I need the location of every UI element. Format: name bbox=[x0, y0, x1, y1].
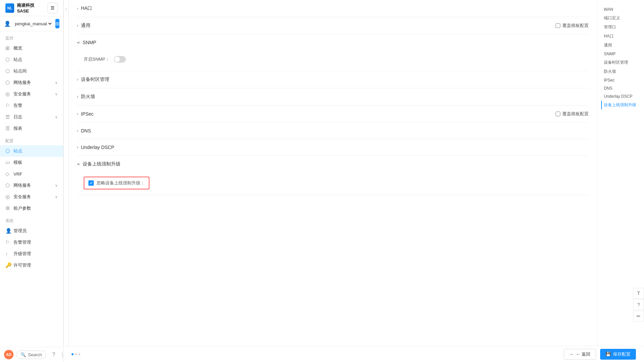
toc-item-wan[interactable]: WAN bbox=[601, 5, 640, 13]
overlay-config-general[interactable]: 覆盖模板配置 bbox=[556, 23, 589, 29]
content-area: › HA口 › 通用 覆盖模板配置 bbox=[69, 0, 597, 362]
section-force-upgrade-header[interactable]: ∨ 设备上线强制升级 bbox=[77, 156, 589, 173]
sidebar-item-label: 告警管理 bbox=[13, 239, 31, 245]
search-icon: 🔍 bbox=[21, 352, 26, 357]
section-ha-title: HA口 bbox=[81, 5, 92, 11]
sidebar-item-report[interactable]: ☰ 报表 bbox=[0, 123, 63, 134]
nav-section-system: 系统 bbox=[0, 214, 63, 225]
sidebar-item-license-mgmt[interactable]: 🔑 许可管理 bbox=[0, 260, 63, 271]
snmp-field-row: 开启SNMP： bbox=[84, 53, 589, 65]
toc-item-general[interactable]: 通用 bbox=[601, 41, 640, 50]
chevron-down-icon: ∨ bbox=[76, 163, 81, 166]
save-icon: 💾 bbox=[606, 352, 611, 357]
section-firewall-header[interactable]: › 防火墙 bbox=[77, 88, 589, 105]
save-label: 保存配置 bbox=[613, 351, 631, 357]
sidebar-item-label: 安全服务 bbox=[13, 194, 31, 200]
section-timezone-header[interactable]: › 设备时区管理 bbox=[77, 71, 589, 88]
sidebar-menu-button[interactable]: ☰ bbox=[48, 3, 58, 13]
section-general-right: 覆盖模板配置 bbox=[556, 23, 589, 29]
search-label: Search bbox=[28, 352, 42, 357]
sidebar-item-label: 站点 bbox=[13, 57, 22, 63]
footer: ← ← 返回 💾 保存配置 bbox=[63, 346, 644, 362]
sidebar-item-label: 租户参数 bbox=[13, 205, 31, 211]
toc-item-dns[interactable]: DNS bbox=[601, 84, 640, 92]
snmp-toggle[interactable] bbox=[114, 56, 126, 63]
toc-item-mgmt-port[interactable]: 管理口 bbox=[601, 23, 640, 32]
toc-item-force-upgrade[interactable]: 设备上线强制升级 bbox=[601, 100, 640, 110]
back-button[interactable]: ← ← 返回 bbox=[564, 349, 596, 360]
network-service-config-icon: ⬡ bbox=[5, 182, 11, 188]
sidebar-item-site-config[interactable]: ⬡ 站点 bbox=[0, 145, 63, 157]
section-dns-title: DNS bbox=[81, 128, 91, 133]
overlay-checkbox-general[interactable] bbox=[556, 23, 560, 28]
overview-icon: ⊞ bbox=[5, 45, 11, 51]
sidebar-item-label: 站点间 bbox=[13, 68, 27, 74]
section-dns-header[interactable]: › DNS bbox=[77, 123, 589, 139]
section-timezone: › 设备时区管理 bbox=[77, 71, 589, 88]
search-button[interactable]: 🔍 Search bbox=[16, 351, 46, 359]
sidebar-item-network-service-config[interactable]: ⬡ 网络服务 ∨ bbox=[0, 180, 63, 191]
sidebar-item-site-interconnect[interactable]: ⬡ 站点间 bbox=[0, 65, 63, 77]
main-wrapper: ‹ › HA口 › 通用 覆盖模板配置 bbox=[63, 0, 644, 362]
chevron-down-icon: ∨ bbox=[55, 92, 58, 96]
chevron-down-icon: ∨ bbox=[55, 115, 58, 119]
section-snmp-header[interactable]: ∨ SNMP bbox=[77, 34, 589, 51]
sidebar-item-network-service-monitor[interactable]: ⬡ 网络服务 ∨ bbox=[0, 77, 63, 88]
sidebar: NL 南凌科技SASE ☰ 👤 pengkai_manual ⊞ 监控 ⊞ 概览… bbox=[0, 0, 63, 362]
sidebar-item-alert-mgmt[interactable]: ⚐ 告警管理 bbox=[0, 237, 63, 248]
chevron-right-icon: › bbox=[77, 145, 78, 150]
section-ha-header[interactable]: › HA口 bbox=[77, 0, 589, 17]
section-general-header[interactable]: › 通用 覆盖模板配置 bbox=[77, 17, 589, 34]
user-action-button[interactable]: ⊞ bbox=[55, 19, 59, 28]
sidebar-item-overview[interactable]: ⊞ 概览 bbox=[0, 42, 63, 54]
sidebar-item-security-service-monitor[interactable]: ◎ 安全服务 ∨ bbox=[0, 88, 63, 100]
page-dot bbox=[75, 353, 77, 355]
sidebar-item-alert[interactable]: ⚐ 告警 bbox=[0, 100, 63, 111]
back-arrow-icon: ← bbox=[569, 352, 574, 357]
text-float-button[interactable]: T bbox=[633, 288, 644, 299]
section-ipsec-header[interactable]: › IPSec 覆盖模板配置 bbox=[77, 105, 589, 122]
section-snmp-content: 开启SNMP： bbox=[77, 51, 589, 71]
sidebar-item-security-service-config[interactable]: ◎ 安全服务 ∨ bbox=[0, 191, 63, 203]
upgrade-box: 忽略设备上线强制升级： bbox=[84, 177, 149, 189]
toc-item-port-def[interactable]: 端口定义 bbox=[601, 13, 640, 23]
save-button[interactable]: 💾 保存配置 bbox=[600, 349, 636, 360]
sidebar-item-label: 网络服务 bbox=[13, 182, 31, 188]
chart-icon[interactable]: 📊 bbox=[60, 350, 63, 359]
sidebar-item-vrf[interactable]: ◇ VRF bbox=[0, 168, 63, 180]
help-icon[interactable]: ? bbox=[49, 350, 58, 359]
chevron-right-icon: › bbox=[77, 128, 78, 133]
sidebar-collapse-button[interactable]: ‹ bbox=[63, 0, 69, 362]
help-float-icon: ? bbox=[637, 302, 640, 307]
sidebar-item-log[interactable]: ☰ 日志 ∨ bbox=[0, 111, 63, 123]
toc-item-timezone[interactable]: 设备时区管理 bbox=[601, 58, 640, 67]
overlay-checkbox-ipsec[interactable] bbox=[556, 112, 560, 116]
help-float-button[interactable]: ? bbox=[633, 299, 644, 310]
sidebar-item-site-monitor[interactable]: ⬡ 站点 bbox=[0, 54, 63, 65]
overlay-config-ipsec[interactable]: 覆盖模板配置 bbox=[556, 111, 589, 117]
section-force-upgrade-content: 忽略设备上线强制升级： bbox=[77, 173, 589, 195]
toc-item-underlay-dscp[interactable]: Underlay DSCP bbox=[601, 92, 640, 100]
section-snmp: ∨ SNMP 开启SNMP： bbox=[77, 34, 589, 71]
section-ipsec-right: 覆盖模板配置 bbox=[556, 111, 589, 117]
sidebar-item-tenant-params[interactable]: ⚙ 租户参数 bbox=[0, 203, 63, 214]
sidebar-item-label: 许可管理 bbox=[13, 262, 31, 268]
user-select[interactable]: pengkai_manual bbox=[13, 21, 53, 27]
nav-section-monitor: 监控 bbox=[0, 31, 63, 42]
toc-item-firewall[interactable]: 防火墙 bbox=[601, 67, 640, 76]
toc-item-snmp[interactable]: SNMP bbox=[601, 50, 640, 58]
network-service-monitor-icon: ⬡ bbox=[5, 80, 11, 86]
toc-item-ha[interactable]: HA口 bbox=[601, 32, 640, 41]
back-label: ← 返回 bbox=[576, 351, 590, 357]
edit-float-button[interactable]: ✏ bbox=[633, 311, 644, 322]
sidebar-item-template[interactable]: ▭ 模板 bbox=[0, 157, 63, 168]
template-icon: ▭ bbox=[5, 159, 11, 165]
toc-item-ipsec[interactable]: IPSec bbox=[601, 76, 640, 84]
sidebar-item-admin[interactable]: 👤 管理员 bbox=[0, 225, 63, 237]
page-dot-active bbox=[72, 353, 74, 355]
menu-icon: ☰ bbox=[51, 5, 55, 10]
ignore-upgrade-checkbox[interactable] bbox=[88, 180, 94, 186]
section-firewall-title: 防火墙 bbox=[81, 94, 95, 100]
sidebar-item-upgrade-mgmt[interactable]: ↑ 升级管理 bbox=[0, 248, 63, 260]
section-underlay-dscp-header[interactable]: › Underlay DSCP bbox=[77, 139, 589, 155]
